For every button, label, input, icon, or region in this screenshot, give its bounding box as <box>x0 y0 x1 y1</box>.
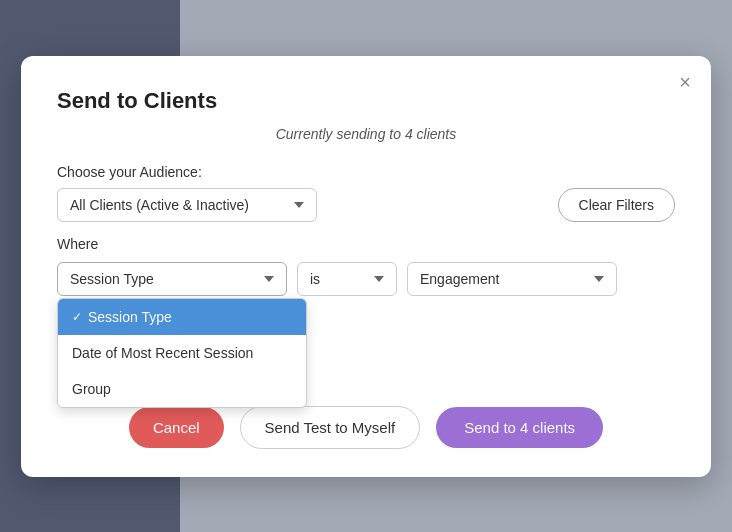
dropdown-item-recent-session[interactable]: Date of Most Recent Session <box>58 335 306 371</box>
dropdown-item-label: Date of Most Recent Session <box>72 345 253 361</box>
cancel-button[interactable]: Cancel <box>129 407 224 448</box>
audience-label: Choose your Audience: <box>57 164 558 180</box>
audience-row: Choose your Audience: All Clients (Activ… <box>57 164 675 222</box>
operator-select[interactable]: is <box>297 262 397 296</box>
clear-filters-button[interactable]: Clear Filters <box>558 188 675 222</box>
audience-left: Choose your Audience: All Clients (Activ… <box>57 164 558 222</box>
audience-select[interactable]: All Clients (Active & Inactive) <box>57 188 317 222</box>
field-dropdown-menu: ✓ Session Type Date of Most Recent Sessi… <box>57 298 307 408</box>
field-dropdown[interactable]: Session Type <box>57 262 287 296</box>
modal-overlay: × Send to Clients Currently sending to 4… <box>0 0 732 532</box>
send-clients-button[interactable]: Send to 4 clients <box>436 407 603 448</box>
operator-value: is <box>310 271 320 287</box>
modal-dialog: × Send to Clients Currently sending to 4… <box>21 56 711 477</box>
operator-chevron-icon <box>374 276 384 282</box>
value-chevron-icon <box>594 276 604 282</box>
check-icon: ✓ <box>72 310 82 324</box>
field-dropdown-value: Session Type <box>70 271 154 287</box>
dropdown-item-session-type[interactable]: ✓ Session Type <box>58 299 306 335</box>
value-select-text: Engagement <box>420 271 499 287</box>
where-label: Where <box>57 236 675 252</box>
audience-chevron-icon <box>294 202 304 208</box>
value-select[interactable]: Engagement <box>407 262 617 296</box>
send-test-button[interactable]: Send Test to Myself <box>240 406 421 449</box>
field-dropdown-wrapper: Session Type ✓ Session Type Date of Most… <box>57 262 287 296</box>
audience-select-value: All Clients (Active & Inactive) <box>70 197 249 213</box>
modal-footer: Cancel Send Test to Myself Send to 4 cli… <box>57 406 675 449</box>
dropdown-item-label: Session Type <box>88 309 172 325</box>
modal-close-button[interactable]: × <box>679 72 691 92</box>
dropdown-item-label: Group <box>72 381 111 397</box>
modal-subtitle: Currently sending to 4 clients <box>57 126 675 142</box>
field-chevron-icon <box>264 276 274 282</box>
where-row: Session Type ✓ Session Type Date of Most… <box>57 262 675 296</box>
modal-title: Send to Clients <box>57 88 675 114</box>
dropdown-item-group[interactable]: Group <box>58 371 306 407</box>
